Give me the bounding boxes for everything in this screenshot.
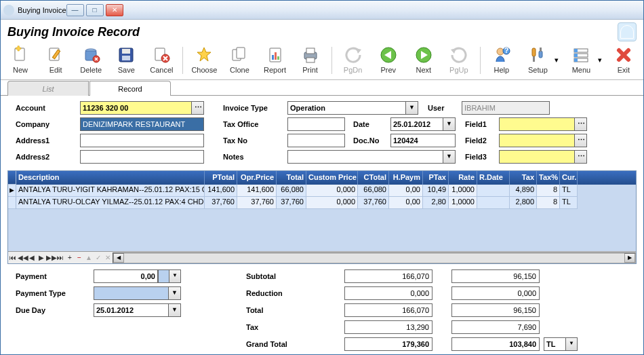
minimize-button[interactable]: —: [66, 4, 84, 16]
nav-prev[interactable]: ◀: [27, 253, 37, 263]
tab-record[interactable]: Record: [89, 81, 171, 96]
reduction-a[interactable]: [344, 286, 432, 300]
cell-cur[interactable]: TL: [560, 185, 578, 197]
nav-first[interactable]: ⏮: [8, 253, 18, 263]
chevron-down-icon[interactable]: ▼: [169, 286, 181, 300]
grid-hscroll[interactable]: ◀ ▶: [113, 253, 636, 263]
col-tax[interactable]: Tax: [510, 171, 537, 185]
field2-input[interactable]: [499, 134, 575, 147]
nav-last[interactable]: ⏭: [56, 253, 65, 263]
date-input[interactable]: [390, 117, 443, 131]
field3-input[interactable]: [499, 150, 575, 164]
cell-ptax[interactable]: 2,80: [423, 197, 449, 209]
nav-post[interactable]: ✓: [94, 253, 103, 263]
cell-tot[interactable]: 37,760: [277, 197, 306, 209]
table-row[interactable]: ANTALYA TURU-OLCAY YILMAZ--25.01.12 PAX:…: [8, 197, 636, 209]
edit-button[interactable]: Edit: [41, 45, 70, 74]
col-total[interactable]: Total: [277, 171, 306, 185]
tax-no-input[interactable]: [287, 134, 345, 147]
cell-rate[interactable]: 1,0000: [449, 185, 477, 197]
cell-taxp[interactable]: 8: [537, 197, 560, 209]
address2-input[interactable]: [80, 150, 204, 164]
cell-taxp[interactable]: 8: [537, 185, 560, 197]
close-button[interactable]: ✕: [106, 4, 123, 16]
new-button[interactable]: New: [6, 45, 35, 74]
cell-opr[interactable]: 141,600: [237, 185, 277, 197]
due-day-input[interactable]: [94, 303, 169, 317]
col-rate[interactable]: Rate: [449, 171, 477, 185]
setup-dropdown[interactable]: ▾: [554, 45, 559, 74]
report-button[interactable]: Report: [260, 45, 289, 74]
payment-type-select[interactable]: [94, 286, 169, 300]
cell-ptot[interactable]: 141,600: [205, 185, 237, 197]
company-input[interactable]: [80, 117, 204, 131]
cell-cur[interactable]: TL: [560, 197, 578, 209]
cell-tax[interactable]: 4,890: [510, 185, 537, 197]
nav-edit[interactable]: ▲: [84, 253, 94, 263]
tab-list[interactable]: List: [7, 81, 89, 96]
reduction-b[interactable]: [451, 286, 540, 300]
notes-input[interactable]: [287, 150, 443, 164]
grand-currency-select[interactable]: TL▼: [544, 337, 578, 351]
col-oprprice[interactable]: Opr.Price: [237, 171, 277, 185]
nav-prevpage[interactable]: ◀◀: [18, 253, 27, 263]
cell-tot[interactable]: 66,080: [277, 185, 306, 197]
address1-input[interactable]: [80, 134, 204, 147]
nav-next[interactable]: ▶: [37, 253, 46, 263]
col-hpaym[interactable]: H.Paym: [389, 171, 423, 185]
scroll-right-icon[interactable]: ▶: [624, 253, 635, 263]
print-button[interactable]: Print: [296, 45, 325, 74]
cell-rdate[interactable]: [477, 197, 510, 209]
date-arrow[interactable]: ▼: [443, 117, 456, 131]
chevron-down-icon[interactable]: ▼: [169, 270, 180, 282]
help-button[interactable]: ? Help: [487, 45, 516, 74]
cell-ptax[interactable]: 10,49: [423, 185, 449, 197]
nav-delete[interactable]: −: [75, 253, 84, 263]
payment-currency[interactable]: ▼: [158, 269, 181, 283]
cancel-button[interactable]: Cancel: [147, 45, 176, 74]
col-description[interactable]: Description: [16, 171, 205, 185]
clone-button[interactable]: Clone: [225, 45, 254, 74]
cell-cprice[interactable]: 0,000: [306, 197, 358, 209]
delete-button[interactable]: Delete: [77, 45, 105, 74]
docno-input[interactable]: [390, 134, 456, 147]
cell-desc[interactable]: ANTALYA TURU-OLCAY YILMAZ--25.01.12 PAX:…: [16, 197, 205, 209]
field1-input[interactable]: [499, 117, 575, 131]
field1-lookup[interactable]: ⋯: [575, 117, 587, 131]
next-button[interactable]: Next: [409, 45, 438, 74]
cell-opr[interactable]: 37,760: [237, 197, 277, 209]
choose-button[interactable]: Choose: [190, 45, 218, 74]
nav-cancel[interactable]: ✕: [103, 253, 113, 263]
maximize-button[interactable]: □: [86, 4, 104, 16]
nav-add[interactable]: +: [65, 253, 75, 263]
cell-rdate[interactable]: [477, 185, 510, 197]
cell-tax[interactable]: 2,800: [510, 197, 537, 209]
col-ptotal[interactable]: PTotal: [205, 171, 237, 185]
col-ptax[interactable]: PTax: [423, 171, 449, 185]
cell-hp[interactable]: 0,00: [389, 185, 423, 197]
cell-hp[interactable]: 0,00: [389, 197, 423, 209]
payment-input[interactable]: [94, 269, 158, 283]
chevron-down-icon[interactable]: ▼: [565, 338, 577, 350]
scroll-left-icon[interactable]: ◀: [113, 253, 124, 263]
cell-ctot[interactable]: 37,760: [358, 197, 389, 209]
exit-button[interactable]: Exit: [609, 45, 638, 74]
tax-office-input[interactable]: [287, 117, 345, 131]
menu-button[interactable]: Menu: [566, 45, 597, 74]
grid-body[interactable]: ▶ ANTALYA TURU-YIGIT KAHRAMAN--25.01.12 …: [8, 185, 636, 251]
nav-nextpage[interactable]: ▶▶: [46, 253, 56, 263]
account-lookup[interactable]: ⋯: [192, 101, 204, 115]
prev-button[interactable]: Prev: [374, 45, 403, 74]
menu-dropdown[interactable]: ▾: [597, 45, 603, 74]
invoice-type-select[interactable]: [287, 101, 406, 115]
save-button[interactable]: Save: [112, 45, 140, 74]
cell-cprice[interactable]: 0,000: [306, 185, 358, 197]
account-input[interactable]: [80, 101, 192, 115]
field3-lookup[interactable]: ⋯: [575, 150, 587, 164]
col-customprice[interactable]: Custom Price: [306, 171, 358, 185]
chevron-down-icon[interactable]: ▼: [169, 303, 181, 317]
col-rdate[interactable]: R.Date: [477, 171, 510, 185]
notes-arrow[interactable]: ▼: [443, 150, 456, 164]
col-cur[interactable]: Cur.: [560, 171, 578, 185]
cell-rate[interactable]: 1,0000: [449, 197, 477, 209]
